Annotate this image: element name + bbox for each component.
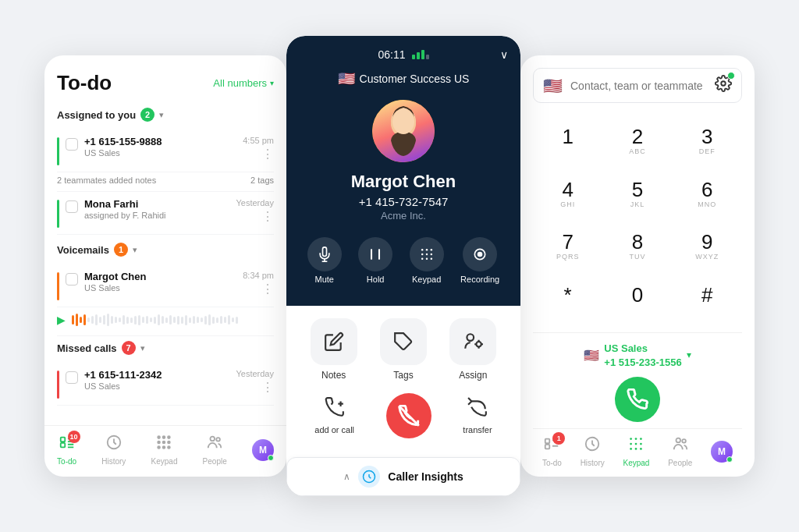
nav-people[interactable]: People [203,434,227,466]
us-number: +1 515-233-1556 [604,356,681,368]
svg-point-35 [478,252,483,257]
svg-point-27 [430,249,432,251]
key-6[interactable]: 6 MNO [673,168,742,222]
key-5[interactable]: 5 JKL [602,168,672,222]
us-sales-label: US Sales [604,342,648,354]
todo-screen: To-do All numbers ▾ Assigned to you 2 ▾ … [44,55,286,477]
key-3[interactable]: 3 DEF [673,115,742,168]
nav-history[interactable]: History [101,434,126,466]
right-nav-people[interactable]: People [668,435,692,467]
right-nav-keypad[interactable]: Keypad [623,435,650,467]
svg-point-30 [430,254,432,256]
settings-icon[interactable] [715,78,732,95]
right-bottom-nav: 1 To-do History [533,428,742,477]
recording-icon [463,237,497,271]
call-item-right-2: Yesterday ⋮ [236,198,274,223]
svg-point-55 [630,448,633,450]
right-nav-avatar[interactable]: M [711,441,733,463]
svg-point-16 [211,437,215,442]
missed-calls-section-header: Missed calls 7 ▾ [57,341,274,355]
assigned-badge: 2 [140,108,154,122]
keypad-number-display[interactable]: 🇺🇸 US Sales +1 515-233-1556 ▾ [533,341,742,369]
checkbox-4[interactable] [66,371,78,384]
key-star[interactable]: * [533,274,602,327]
notes-button[interactable]: Notes [311,318,357,381]
right-nav-todo[interactable]: 1 To-do [542,435,562,467]
call-item-right-1: 4:55 pm ⋮ [243,136,274,161]
settings-icon-wrapper [715,75,732,96]
add-or-call-button[interactable]: add or call [314,397,354,434]
todo-badge: 10 [68,431,80,443]
svg-point-59 [682,439,686,443]
insights-icon [358,466,380,488]
hold-label: Hold [367,275,385,284]
more-menu-icon-2[interactable]: ⋮ [261,211,274,223]
svg-point-17 [216,438,220,442]
keypad-grid: 1 2 ABC 3 DEF 4 GHI 5 JKL 6 MNO [533,115,742,326]
keypad-icon [155,434,172,455]
signal-bars-icon [412,50,429,59]
key-8[interactable]: 8 TUV [602,221,672,274]
assigned-item-1[interactable]: +1 615-155-9888 US Sales 4:55 pm ⋮ [57,129,274,172]
svg-point-43 [721,81,726,86]
svg-rect-45 [545,445,550,449]
key-7[interactable]: 7 PQRS [533,221,602,274]
call-top-section: 06:11 ∨ 🇺🇸 Customer Success US [286,36,520,306]
svg-point-57 [641,448,643,450]
missed-call-item-1[interactable]: +1 615-111-2342 US Sales Yesterday ⋮ [57,363,274,406]
voicemail-item-1[interactable]: Margot Chen US Sales 8:34 pm ⋮ [57,264,274,307]
call-status-bar: 06:11 ∨ [299,48,508,61]
hangup-button[interactable] [386,393,431,438]
all-numbers-button[interactable]: All numbers ▾ [213,77,274,89]
assigned-chevron-icon[interactable]: ▾ [159,110,164,120]
call-chevron-icon[interactable]: ∨ [500,48,508,61]
team-flag-icon: 🇺🇸 [338,70,355,87]
waveform [72,312,274,328]
nav-keypad[interactable]: Keypad [151,434,178,466]
right-history-label: History [581,459,605,467]
checkbox-2[interactable] [66,200,78,213]
tags-button[interactable]: Tags [380,318,427,381]
svg-point-8 [163,436,165,438]
mute-button[interactable]: Mute [307,237,342,284]
transfer-button[interactable]: transfer [463,397,492,434]
mute-label: Mute [314,275,333,284]
svg-point-15 [169,446,171,449]
checkbox-1[interactable] [66,138,78,151]
right-nav-history[interactable]: History [581,435,605,467]
key-hash[interactable]: # [673,274,742,327]
keypad-button[interactable]: Keypad [410,237,444,284]
missed-calls-chevron-icon[interactable]: ▾ [140,343,145,353]
keypad-bottom-section: 🇺🇸 US Sales +1 515-233-1556 ▾ [533,332,742,428]
key-2[interactable]: 2 ABC [602,115,672,168]
key-1[interactable]: 1 [533,115,602,168]
green-bar [57,137,59,165]
assign-button[interactable]: Assign [449,318,496,381]
keypad-search-input[interactable] [570,80,707,92]
missed-calls-badge: 7 [122,341,136,355]
key-9[interactable]: 9 WXYZ [673,221,742,274]
more-menu-icon-4[interactable]: ⋮ [261,381,274,394]
key-0[interactable]: 0 [602,274,672,327]
play-icon[interactable]: ▶ [57,314,66,326]
caller-insights-bar[interactable]: ∧ Caller Insights [286,457,520,496]
svg-point-28 [421,254,424,256]
green-call-button[interactable] [615,377,660,422]
number-chevron-icon[interactable]: ▾ [687,349,691,360]
assigned-item-2[interactable]: Mona Farhi assigned by F. Rahidi Yesterd… [57,192,274,235]
call-actions-row: Mute Hold [299,237,508,284]
more-menu-icon-1[interactable]: ⋮ [261,148,274,161]
key-4[interactable]: 4 GHI [533,168,602,222]
voicemails-chevron-icon[interactable]: ▾ [133,245,137,255]
hold-button[interactable]: Hold [358,237,392,284]
svg-point-20 [392,109,414,134]
transfer-label: transfer [463,425,492,434]
nav-avatar[interactable]: M [252,439,274,461]
recording-button[interactable]: Recording [460,237,499,284]
keypad-screen: 🇺🇸 1 2 ABC [520,55,755,477]
nav-todo[interactable]: 10 To-do [57,434,76,466]
svg-rect-44 [545,439,550,444]
more-menu-icon-3[interactable]: ⋮ [261,283,274,296]
history-nav-label: History [101,457,126,466]
checkbox-3[interactable] [66,273,78,286]
